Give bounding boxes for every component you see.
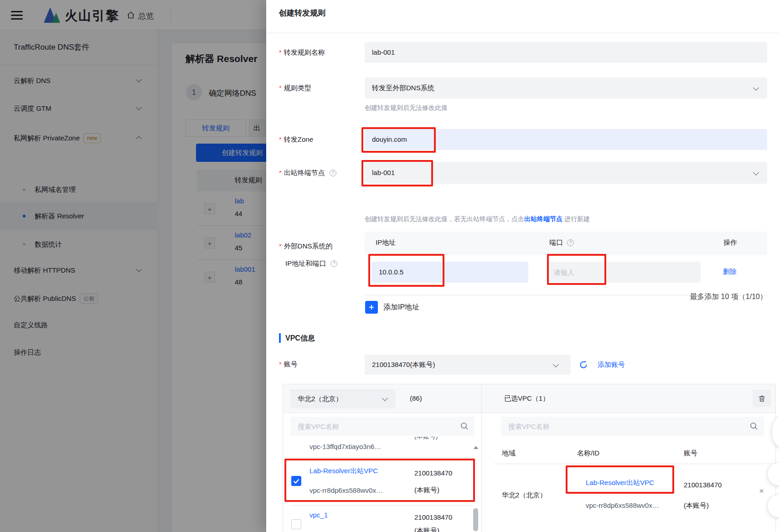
right-search: [501, 417, 764, 436]
chevron-down-icon: [753, 85, 759, 91]
clear-selected-button[interactable]: [753, 390, 771, 407]
left-search: [290, 417, 475, 436]
search-icon: [750, 422, 758, 430]
ip-limit-note: 最多添加 10 项（1/10）: [690, 292, 767, 302]
checkbox-unchecked-icon[interactable]: [291, 519, 301, 529]
field-label-rule-name: *转发规则名称: [279, 48, 325, 57]
vpc-search-input[interactable]: [290, 417, 475, 436]
field-label-dns-ip-line2: IP地址和端口 ?: [285, 259, 337, 268]
chevron-down-icon: [553, 362, 559, 367]
rule-type-value: 转发至外部DNS系统: [372, 84, 434, 92]
checkbox-checked-icon[interactable]: [291, 476, 301, 486]
help-icon[interactable]: ?: [330, 170, 336, 176]
endpoint-note-link[interactable]: 出站终端节点: [524, 215, 562, 222]
ip-table-row: 10.0.0.5 删除: [365, 255, 767, 295]
required-mark: *: [279, 169, 282, 176]
add-ip-label: 添加IP地址: [383, 303, 419, 312]
vpc-list-item-selected[interactable]: Lab-Resolver出站VPC vpc-rr8dp6xs588wv0x… 2…: [284, 458, 481, 504]
partial-item-id: vpc-13ffqd7xtiayo3n6…: [310, 443, 381, 450]
help-icon[interactable]: ?: [330, 260, 337, 267]
field-label-endpoint: *出站终端节点 ?: [279, 169, 336, 177]
field-label-dns-ip-line1: *外部DNS系统的: [279, 242, 333, 251]
drawer-title: 创建转发规则: [279, 8, 325, 18]
col-account: 账号: [684, 449, 697, 458]
endpoint-value: lab-001: [372, 169, 395, 176]
screen: 火山引擎 总览 TrafficRoute DNS套件 云解析 DNS 云调度 G…: [0, 0, 779, 532]
required-mark: *: [279, 135, 282, 143]
selected-vpc-row: 华北2（北京） Lab-Resolver出站VPC vpc-rr8dp6xs58…: [482, 464, 775, 532]
add-account-link[interactable]: 添加账号: [598, 361, 625, 369]
ip-table-header: IP地址 端口 ? 操作: [365, 232, 767, 255]
vpc-list-item[interactable]: vpc_1 2100138470 (本账号): [284, 506, 481, 532]
forward-zone-input[interactable]: douyin.com: [365, 129, 767, 150]
region-select[interactable]: 华北2（北京）: [290, 389, 395, 408]
vpc-name-link[interactable]: vpc_1: [310, 511, 328, 519]
vpc-list: (本账号) vpc-13ffqd7xtiayo3n6… Lab-Resolver…: [284, 437, 481, 532]
rule-name-value: lab-001: [372, 48, 395, 56]
port-input[interactable]: [547, 262, 701, 283]
field-label-rule-type: *规则类型: [279, 84, 311, 93]
delete-ip-link[interactable]: 删除: [723, 268, 737, 276]
add-ip-button[interactable]: 添加IP地址: [365, 301, 419, 314]
vpc-account-line1: 2100138470: [414, 513, 452, 521]
rule-type-note: 创建转发规则后无法修改此值: [365, 104, 448, 112]
col-port-text: 端口: [549, 238, 563, 246]
row-account-line1: 2100138470: [684, 481, 722, 489]
row-vpc-name-link[interactable]: Lab-Resolver出站VPC: [586, 479, 654, 487]
scrollbar-up-icon[interactable]: [474, 446, 478, 449]
vpc-account-line2: (本账号): [414, 486, 439, 495]
label-text: 转发Zone: [284, 135, 313, 143]
col-region: 地域: [502, 449, 516, 458]
remove-vpc-icon[interactable]: ×: [759, 486, 764, 496]
drawer-header-divider: [266, 33, 779, 33]
required-mark: *: [279, 242, 282, 250]
col-ip: IP地址: [376, 238, 396, 247]
row-region: 华北2（北京）: [502, 491, 547, 500]
endpoint-note: 创建转发规则后无法修改此值，若无出站终端节点，点击出站终端节点 进行新建: [365, 215, 590, 223]
rule-name-input[interactable]: lab-001: [365, 42, 767, 63]
selected-vpc-title: 已选VPC（1）: [504, 394, 549, 403]
selected-vpc-search-input[interactable]: [501, 417, 764, 436]
vpc-id: vpc-rr8dp6xs588wv0x…: [310, 486, 383, 494]
col-name-id: 名称/ID: [577, 449, 599, 458]
label-text: 规则类型: [284, 84, 311, 92]
help-icon[interactable]: ?: [567, 239, 574, 246]
account-value: 2100138470(本账号): [372, 361, 435, 368]
plus-icon: [365, 301, 378, 314]
search-icon: [460, 422, 469, 430]
label-text: 账号: [284, 360, 298, 368]
vpc-account-line1: 2100138470: [414, 469, 452, 477]
forward-zone-value: douyin.com: [372, 135, 407, 143]
create-rule-drawer: 创建转发规则 *转发规则名称 lab-001 *规则类型 转发至外部DNS系统 …: [266, 0, 779, 532]
partial-item-account: (本账号): [414, 437, 438, 441]
label-text: IP地址和端口: [285, 259, 326, 267]
label-text: 外部DNS系统的: [284, 242, 333, 250]
account-select[interactable]: 2100138470(本账号): [365, 355, 571, 375]
refresh-icon[interactable]: [579, 360, 588, 369]
row-account-line2: (本账号): [684, 501, 709, 510]
col-port: 端口 ?: [549, 238, 574, 247]
note-prefix: 创建转发规则后无法修改此值，若无出站终端节点，点击: [365, 215, 524, 222]
endpoint-select[interactable]: lab-001: [365, 162, 767, 184]
col-action: 操作: [723, 238, 737, 247]
ip-address-input[interactable]: 10.0.0.5: [371, 262, 528, 283]
vpc-section-bar: [279, 333, 281, 343]
chevron-down-icon: [753, 170, 759, 176]
vpc-section-title: VPC信息: [285, 334, 315, 343]
label-text: 转发规则名称: [284, 48, 325, 56]
ip-table: IP地址 端口 ? 操作 10.0.0.5 删除: [365, 232, 767, 295]
row-vpc-id: vpc-rr8dp6xs588wv0x…: [586, 501, 659, 509]
vpc-transfer-panel: 华北2（北京） (86) 已选VPC（1）: [283, 384, 776, 532]
trash-icon: [758, 395, 766, 403]
field-label-forward-zone: *转发Zone: [279, 135, 313, 144]
vpc-count: (86): [410, 394, 422, 402]
region-value: 华北2（北京）: [298, 395, 342, 403]
rule-type-select[interactable]: 转发至外部DNS系统: [365, 77, 767, 98]
required-mark: *: [279, 48, 282, 56]
vpc-account-line2: (本账号): [414, 527, 439, 532]
field-label-account: *账号: [279, 360, 298, 369]
vpc-name-link[interactable]: Lab-Resolver出站VPC: [310, 467, 378, 475]
chevron-down-icon: [382, 395, 388, 401]
scrollbar-thumb[interactable]: [473, 508, 478, 531]
note-suffix: 进行新建: [562, 215, 590, 222]
